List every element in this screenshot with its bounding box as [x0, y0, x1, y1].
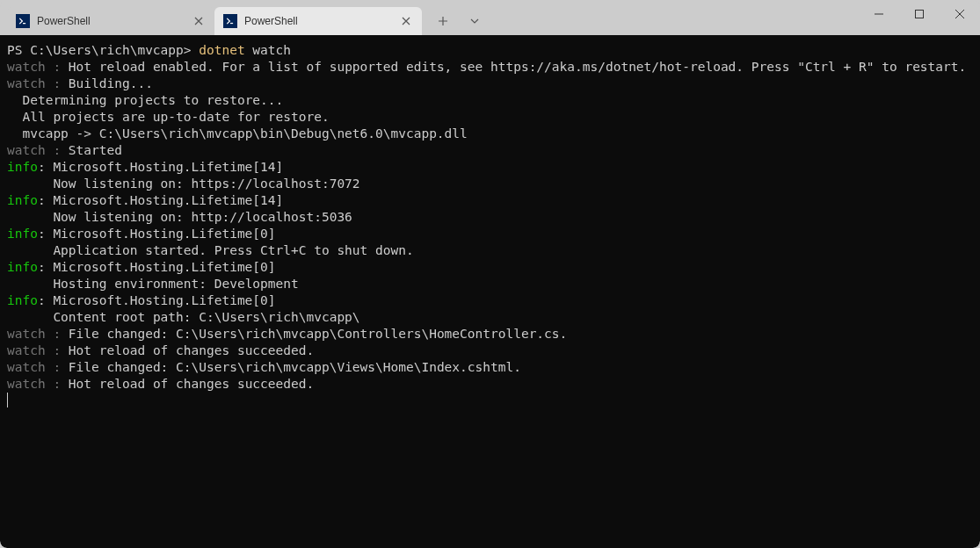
svg-rect-0	[916, 11, 924, 18]
command-arg: watch	[252, 43, 291, 57]
output-text: : Microsoft.Hosting.Lifetime[0]	[38, 227, 276, 241]
info-label: info	[7, 260, 38, 274]
tab-label: PowerShell	[244, 15, 399, 27]
output-text: Started	[69, 143, 122, 157]
output-text: File changed: C:\Users\rich\mvcapp\Contr…	[69, 327, 567, 341]
output-text: Hot reload of changes succeeded.	[69, 377, 314, 391]
minimize-button[interactable]	[859, 0, 899, 28]
tab-powershell-1[interactable]: PowerShell	[7, 7, 214, 35]
new-tab-button[interactable]	[429, 9, 457, 33]
prompt: PS C:\Users\rich\mvcapp>	[7, 43, 199, 57]
output-text: : Microsoft.Hosting.Lifetime[14]	[38, 160, 283, 174]
powershell-icon	[223, 14, 237, 28]
output-text: Application started. Press Ctrl+C to shu…	[7, 242, 973, 259]
tab-dropdown-button[interactable]	[461, 9, 489, 33]
output-text: Hot reload enabled. For a list of suppor…	[69, 60, 966, 74]
output-text: All projects are up-to-date for restore.	[7, 109, 973, 126]
output-text: Now listening on: https://localhost:7072	[7, 176, 973, 192]
watch-label: watch	[7, 327, 53, 341]
output-text: Building...	[69, 76, 153, 90]
tab-label: PowerShell	[37, 15, 192, 27]
tab-actions	[422, 7, 489, 35]
output-text: Now listening on: http://localhost:5036	[7, 209, 973, 226]
output-text: : Microsoft.Hosting.Lifetime[0]	[38, 260, 276, 274]
cursor	[7, 393, 8, 407]
titlebar: PowerShell PowerShell	[0, 0, 980, 35]
powershell-icon	[16, 14, 30, 28]
tab-close-button[interactable]	[399, 14, 413, 28]
watch-label: watch	[7, 377, 53, 391]
info-label: info	[7, 193, 38, 207]
maximize-button[interactable]	[899, 0, 940, 28]
tabs-container: PowerShell PowerShell	[0, 7, 489, 35]
output-text: : Microsoft.Hosting.Lifetime[14]	[38, 193, 283, 207]
watch-label: watch	[7, 76, 53, 90]
terminal-output[interactable]: PS C:\Users\rich\mvcapp> dotnet watchwat…	[0, 35, 980, 548]
close-window-button[interactable]	[940, 0, 980, 28]
output-text: Determining projects to restore...	[7, 92, 973, 109]
command-primary: dotnet	[199, 43, 252, 57]
tab-powershell-2[interactable]: PowerShell	[214, 7, 422, 35]
output-text: Content root path: C:\Users\rich\mvcapp\	[7, 309, 973, 326]
watch-label: watch	[7, 60, 53, 74]
watch-label: watch	[7, 343, 53, 357]
window-controls	[859, 0, 980, 35]
watch-label: watch	[7, 143, 53, 157]
info-label: info	[7, 160, 38, 174]
output-text: Hosting environment: Development	[7, 276, 973, 292]
output-text: Hot reload of changes succeeded.	[69, 343, 314, 357]
watch-label: watch	[7, 360, 53, 374]
output-text: File changed: C:\Users\rich\mvcapp\Views…	[69, 360, 521, 374]
output-text: : Microsoft.Hosting.Lifetime[0]	[38, 293, 276, 307]
output-text: mvcapp -> C:\Users\rich\mvcapp\bin\Debug…	[7, 126, 973, 142]
info-label: info	[7, 293, 38, 307]
info-label: info	[7, 227, 38, 241]
tab-close-button[interactable]	[192, 14, 206, 28]
